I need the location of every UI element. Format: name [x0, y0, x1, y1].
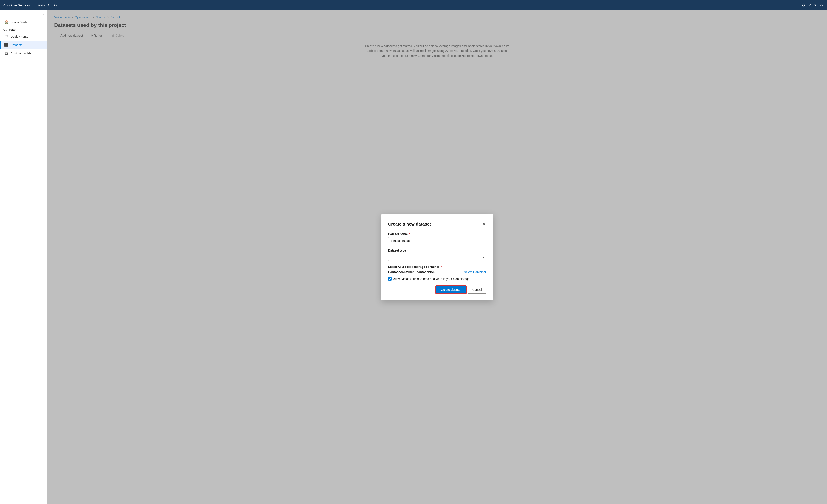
modal-title: Create a new dataset	[388, 222, 431, 226]
blob-container-name: Contosocontainer - contosoblob	[388, 270, 435, 274]
topbar-brand: Cognitive Services | Vision Studio	[3, 3, 57, 7]
sidebar-item-label-custom-models: Custom models	[10, 52, 32, 55]
modal-header: Create a new dataset ✕	[388, 221, 486, 227]
sidebar-project-label: Contoso	[0, 26, 47, 32]
sidebar-item-label-datasets: Datasets	[10, 43, 22, 47]
dataset-name-label: Dataset name *	[388, 233, 486, 236]
dataset-type-select-wrapper: ▾	[388, 253, 486, 261]
sidebar-item-custom-models[interactable]: ◻ Custom models	[0, 49, 47, 57]
sidebar: « 🏠 Vision Studio Contoso ⬚ Deployments …	[0, 10, 47, 504]
dataset-name-input[interactable]	[388, 237, 486, 245]
dataset-type-group: Dataset type * ▾	[388, 249, 486, 261]
settings-icon[interactable]: ⚙	[802, 3, 805, 7]
layout: « 🏠 Vision Studio Contoso ⬚ Deployments …	[0, 10, 827, 504]
user-icon[interactable]: ☺	[820, 3, 824, 7]
sidebar-collapse-button[interactable]: «	[0, 12, 47, 18]
main-content: Vision Studio > My resources > Contoso >…	[47, 10, 827, 504]
blob-required: *	[441, 265, 442, 268]
cancel-button[interactable]: Cancel	[468, 286, 486, 294]
dataset-name-group: Dataset name *	[388, 233, 486, 245]
blob-section-label: Select Azure blob storage container *	[388, 265, 486, 268]
create-dataset-modal: Create a new dataset ✕ Dataset name *	[381, 214, 493, 300]
modal-overlay: Create a new dataset ✕ Dataset name *	[47, 10, 827, 504]
datasets-icon: ⬛	[4, 43, 8, 47]
select-container-button[interactable]: Select Container	[464, 270, 486, 274]
blob-container-row: Contosocontainer - contosoblob Select Co…	[388, 270, 486, 274]
topbar-divider: |	[34, 3, 35, 7]
modal-footer: Create dataset Cancel	[388, 286, 486, 294]
dataset-type-required: *	[407, 249, 408, 252]
blob-container-section: Select Azure blob storage container * Co…	[388, 265, 486, 274]
dataset-type-select[interactable]	[388, 253, 486, 261]
main-inner: Vision Studio > My resources > Contoso >…	[47, 10, 827, 504]
chevron-down-icon[interactable]: ▾	[814, 3, 816, 7]
sidebar-item-label-deployments: Deployments	[10, 35, 28, 38]
allow-read-write-checkbox[interactable]	[388, 277, 392, 281]
modal-close-button[interactable]: ✕	[481, 221, 486, 227]
studio-name: Vision Studio	[38, 3, 57, 7]
help-icon[interactable]: ?	[809, 3, 811, 7]
home-icon: 🏠	[4, 20, 8, 24]
sidebar-item-label-vision-studio: Vision Studio	[10, 20, 28, 24]
topbar-actions: ⚙ ? ▾ ☺	[802, 3, 824, 7]
checkbox-label: Allow Vision Studio to read and write to…	[393, 277, 470, 281]
topbar: Cognitive Services | Vision Studio ⚙ ? ▾…	[0, 0, 827, 10]
dataset-type-label: Dataset type *	[388, 249, 486, 252]
app-name: Cognitive Services	[3, 3, 30, 7]
sidebar-item-datasets[interactable]: ⬛ Datasets	[0, 41, 47, 49]
deployments-icon: ⬚	[4, 35, 8, 39]
checkbox-row: Allow Vision Studio to read and write to…	[388, 277, 486, 281]
sidebar-item-deployments[interactable]: ⬚ Deployments	[0, 32, 47, 41]
dataset-name-required: *	[409, 233, 410, 236]
custom-models-icon: ◻	[4, 51, 8, 55]
create-dataset-button[interactable]: Create dataset	[436, 286, 466, 294]
sidebar-item-vision-studio[interactable]: 🏠 Vision Studio	[0, 18, 47, 26]
